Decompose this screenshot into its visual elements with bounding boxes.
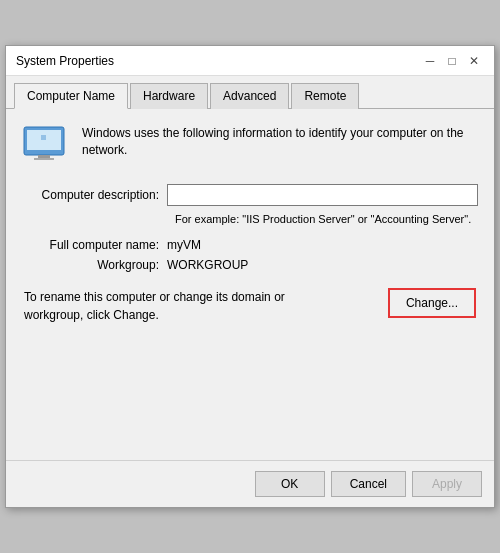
full-name-label: Full computer name: [22,238,167,252]
computer-description-hint: For example: "IIS Production Server" or … [175,212,478,227]
content-spacer [22,324,478,444]
apply-button[interactable]: Apply [412,471,482,497]
info-description: Windows uses the following information t… [82,125,478,159]
system-properties-window: System Properties ─ □ ✕ Computer Name Ha… [5,45,495,507]
workgroup-value: WORKGROUP [167,258,248,272]
tab-hardware[interactable]: Hardware [130,83,208,109]
window-controls: ─ □ ✕ [420,51,484,71]
computer-icon [22,125,70,168]
svg-rect-2 [38,155,50,158]
computer-description-input[interactable] [167,184,478,206]
workgroup-label: Workgroup: [22,258,167,272]
tab-remote[interactable]: Remote [291,83,359,109]
form-section: Computer description: For example: "IIS … [22,184,478,271]
computer-description-row: Computer description: [22,184,478,206]
minimize-button[interactable]: ─ [420,51,440,71]
footer: OK Cancel Apply [6,460,494,507]
ok-button[interactable]: OK [255,471,325,497]
tab-computer-name[interactable]: Computer Name [14,83,128,109]
cancel-button[interactable]: Cancel [331,471,406,497]
tab-bar: Computer Name Hardware Advanced Remote [6,76,494,109]
svg-rect-4 [41,135,46,140]
full-computer-name-row: Full computer name: myVM [22,238,478,252]
maximize-button[interactable]: □ [442,51,462,71]
computer-description-label: Computer description: [22,188,167,202]
info-section: Windows uses the following information t… [22,125,478,168]
window-title: System Properties [16,54,114,68]
tab-advanced[interactable]: Advanced [210,83,289,109]
workgroup-row: Workgroup: WORKGROUP [22,258,478,272]
change-button[interactable]: Change... [388,288,476,318]
svg-rect-3 [34,158,54,160]
full-name-value: myVM [167,238,201,252]
change-description: To rename this computer or change its do… [24,288,334,324]
close-button[interactable]: ✕ [464,51,484,71]
title-bar: System Properties ─ □ ✕ [6,46,494,76]
change-section: To rename this computer or change its do… [22,288,478,324]
tab-content: Windows uses the following information t… [6,109,494,459]
